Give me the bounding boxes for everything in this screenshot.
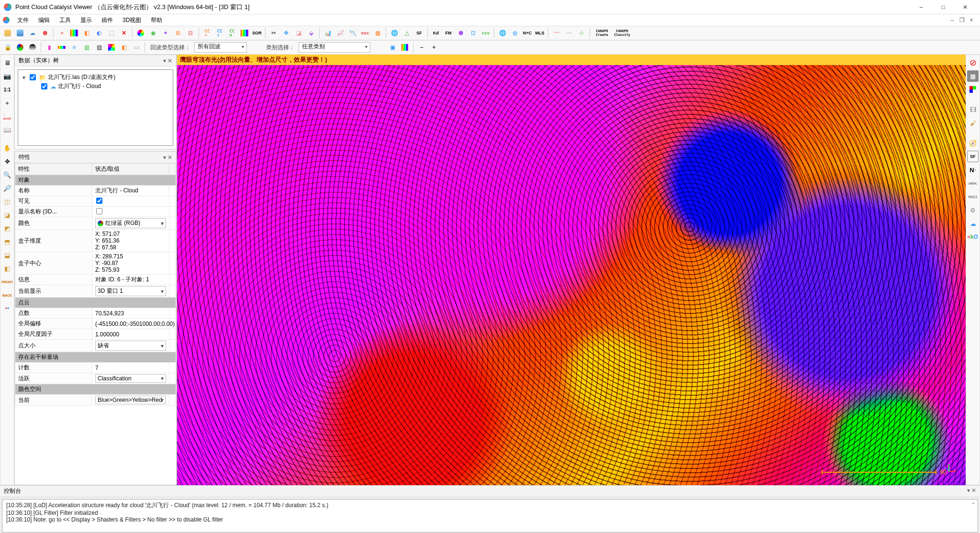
item-42[interactable]: ⊹ bbox=[576, 27, 587, 39]
item-18[interactable]: CC⇆ bbox=[226, 27, 238, 39]
echo-combo[interactable]: 所有回波 bbox=[194, 42, 247, 53]
canupo-create-button[interactable]: CANUPOCreate bbox=[592, 27, 612, 39]
lsb-book[interactable]: 📖 bbox=[1, 124, 13, 135]
t2-6[interactable]: ≡ bbox=[68, 42, 80, 53]
props-combo[interactable]: 3D 窗口 1 bbox=[95, 286, 166, 296]
t2-8[interactable]: ▨ bbox=[93, 42, 105, 53]
eraser-button[interactable]: ◪ bbox=[293, 27, 304, 39]
chart2-button[interactable]: 📈 bbox=[334, 27, 346, 39]
translate-button[interactable]: ✥ bbox=[280, 27, 292, 39]
lsb-zoomin[interactable]: 🔎 bbox=[1, 182, 13, 194]
console-collapse-icon[interactable]: ▾ ✕ bbox=[967, 487, 976, 495]
menu-tools[interactable]: 工具 bbox=[55, 15, 76, 26]
dbtree-collapse-icon[interactable]: ▾ ✕ bbox=[163, 57, 172, 64]
mdi-restore-icon[interactable]: ❐ bbox=[958, 17, 966, 23]
props-combo[interactable]: 红绿蓝 (RGB) bbox=[95, 218, 166, 228]
mls-button[interactable]: MLS bbox=[534, 27, 546, 39]
tree-item[interactable]: ▾📁 北川飞行.las (D:/桌面文件) bbox=[21, 73, 170, 82]
rgb-button[interactable] bbox=[14, 42, 26, 53]
menu-file[interactable]: 文件 bbox=[12, 15, 33, 26]
item-7[interactable]: ◧ bbox=[81, 27, 92, 39]
item-8[interactable]: ◐ bbox=[93, 27, 105, 39]
rsb-rgb[interactable] bbox=[967, 84, 979, 95]
item-12[interactable]: ◉ bbox=[147, 27, 159, 39]
item-28[interactable]: ▦ bbox=[372, 27, 383, 39]
fm-button[interactable]: FM bbox=[443, 27, 454, 39]
t2-view1[interactable]: ▣ bbox=[387, 42, 398, 53]
dbtree[interactable]: ▾📁 北川飞行.las (D:/桌面文件)☁ 北川飞行 - Cloud bbox=[18, 69, 173, 146]
item-14[interactable]: ⊞ bbox=[172, 27, 184, 39]
lsb-camera[interactable]: 📷 bbox=[1, 70, 13, 82]
props-checkbox[interactable] bbox=[96, 198, 102, 204]
menu-plugins[interactable]: 插件 bbox=[97, 15, 118, 26]
csv-button[interactable]: csv bbox=[480, 27, 491, 39]
scroll-up-icon[interactable]: ⌃ bbox=[971, 501, 976, 508]
menu-3dview[interactable]: 3D视图 bbox=[118, 15, 146, 26]
sor-button[interactable]: SOR bbox=[251, 27, 263, 39]
maximize-button[interactable]: □ bbox=[932, 0, 954, 14]
properties-collapse-icon[interactable]: ▾ ✕ bbox=[163, 154, 172, 161]
rsb-rko[interactable]: RkO bbox=[967, 231, 979, 243]
pick-button[interactable]: ⌖ bbox=[56, 27, 67, 39]
globe-button[interactable]: 🌐 bbox=[497, 27, 508, 39]
lsb-dots[interactable]: •• bbox=[1, 303, 13, 314]
t2-11[interactable]: ▭ bbox=[131, 42, 142, 53]
rsb-compass[interactable]: 🧭 bbox=[967, 137, 979, 149]
item-16[interactable]: CC↔ bbox=[201, 27, 213, 39]
class-combo[interactable]: 任意类别 bbox=[299, 42, 370, 53]
minimize-button[interactable]: – bbox=[910, 0, 932, 14]
lsb-iso1[interactable]: ◫ bbox=[1, 196, 13, 207]
item-34[interactable]: ⊡ bbox=[468, 27, 479, 39]
mdi-minimize-icon[interactable]: – bbox=[948, 17, 956, 23]
mdi-close-icon[interactable]: × bbox=[968, 17, 975, 23]
rsb-hrk[interactable]: HRK bbox=[967, 178, 979, 189]
rsb-sf[interactable]: SF bbox=[967, 151, 979, 162]
lock-button[interactable]: 🔒 bbox=[2, 42, 13, 53]
lsb-hand[interactable]: ✋ bbox=[1, 142, 13, 154]
item-29[interactable]: 🌐 bbox=[389, 27, 400, 39]
scissors-button[interactable]: ✂ bbox=[268, 27, 279, 39]
item-37[interactable]: ◍ bbox=[509, 27, 521, 39]
menu-help[interactable]: 帮助 bbox=[146, 15, 167, 26]
lsb-auto[interactable]: ↓auto bbox=[1, 111, 13, 122]
point-cloud-render[interactable] bbox=[177, 55, 966, 485]
rsb-brush[interactable]: 🖌 bbox=[967, 117, 979, 129]
item-33[interactable]: ⬢ bbox=[455, 27, 467, 39]
props-combo[interactable]: Classification bbox=[95, 374, 166, 383]
lsb-iso4[interactable]: ⬒ bbox=[1, 236, 13, 247]
t2-10[interactable]: ◧ bbox=[118, 42, 130, 53]
item-30[interactable]: △ bbox=[401, 27, 412, 39]
item-19[interactable] bbox=[239, 27, 250, 39]
3d-viewer[interactable]: 鹰眼穹顶布光(勿用法向量、增加点尺寸，效果更赞！) 90 bbox=[177, 55, 966, 485]
lsb-iso3[interactable]: ◩ bbox=[1, 222, 13, 234]
menu-edit[interactable]: 编辑 bbox=[33, 15, 55, 26]
props-combo[interactable]: Blue>Green>Yellow>Red bbox=[95, 396, 166, 404]
sf-button[interactable]: SF bbox=[413, 27, 425, 39]
rsb-film[interactable]: 🎞 bbox=[967, 104, 979, 115]
item-4[interactable]: ⬣ bbox=[39, 27, 51, 39]
histogram-button[interactable] bbox=[68, 27, 80, 39]
nc-button[interactable]: N+C bbox=[522, 27, 533, 39]
lsb-1to1[interactable]: 1:1 bbox=[1, 84, 13, 95]
rsb-forbid[interactable]: ⊘ bbox=[967, 57, 979, 68]
item-23[interactable]: ⬙ bbox=[305, 27, 317, 39]
item-17[interactable]: CC↕ bbox=[214, 27, 225, 39]
chart3-button[interactable]: 📉 bbox=[347, 27, 358, 39]
gray-button[interactable] bbox=[27, 42, 38, 53]
tree-checkbox[interactable] bbox=[41, 83, 47, 89]
t2-plus[interactable]: + bbox=[428, 42, 440, 53]
rsb-north[interactable]: N↑ bbox=[967, 164, 979, 176]
props-combo[interactable]: 缺省 bbox=[95, 341, 166, 351]
rsb-grid[interactable]: ▦ bbox=[967, 70, 979, 82]
t2-9[interactable] bbox=[106, 42, 117, 53]
lsb-iso2[interactable]: ◪ bbox=[1, 209, 13, 221]
lsb-front[interactable]: FRONT bbox=[1, 276, 13, 288]
color-button[interactable] bbox=[135, 27, 146, 39]
props-checkbox[interactable] bbox=[96, 208, 102, 214]
item-15[interactable]: ⊟ bbox=[185, 27, 196, 39]
save-button[interactable] bbox=[14, 27, 26, 39]
tree-checkbox[interactable] bbox=[30, 74, 36, 80]
open-button[interactable] bbox=[2, 27, 13, 39]
item-3[interactable]: ☁ bbox=[27, 27, 38, 39]
kd-button[interactable]: Kd bbox=[430, 27, 442, 39]
